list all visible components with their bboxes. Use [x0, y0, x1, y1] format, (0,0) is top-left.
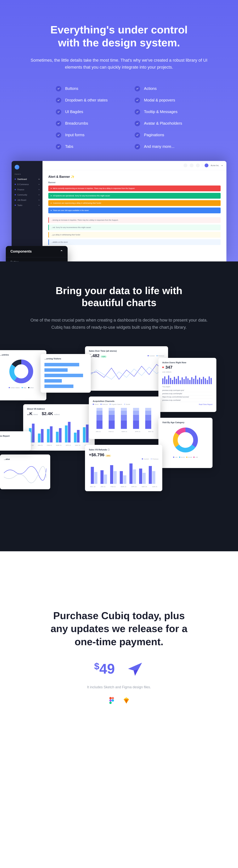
card-title: Acquisition Channels: [93, 400, 157, 402]
value-card: ...alue: [0, 455, 50, 489]
countries-card: ...untries United States Italy Other: [0, 350, 46, 400]
svg-rect-42: [65, 426, 68, 443]
feature-label: Paginations: [144, 133, 164, 137]
dashboard-topbar: Acme Inc. ▾: [42, 161, 227, 170]
svg-rect-7: [176, 379, 177, 384]
purchase-subtitle: It includes Sketch and Figma design file…: [11, 685, 227, 689]
feature-item: Input forms: [56, 132, 108, 138]
age-card: Visit By Age Category <18 18-24 24-36 >3…: [159, 418, 212, 468]
feature-item: Tooltip & Messages: [135, 109, 182, 115]
sidebar-item[interactable]: E-Commerce▾: [11, 182, 42, 187]
tool-icons: [11, 697, 227, 704]
components-menu: Components ⌃ ButtonInput FormDropdownAle…: [6, 246, 68, 261]
check-icon: [56, 144, 61, 149]
avatar[interactable]: [205, 163, 208, 167]
svg-rect-79: [120, 471, 123, 484]
page-title: Alert & Banner ✨: [48, 175, 220, 179]
sidebar-item[interactable]: Tasks▾: [11, 203, 42, 208]
chevron-down-icon[interactable]: ▾: [222, 164, 223, 166]
svg-rect-23: [207, 380, 208, 384]
direct-indirect-card: Direct VS Indirect ..K Direct $2.4K Indi…: [23, 404, 95, 451]
returning-visitors-card: ...urning Visitors: [41, 354, 91, 393]
svg-rect-74: [94, 472, 97, 484]
svg-rect-21: [203, 377, 204, 384]
svg-rect-51: [96, 411, 102, 415]
svg-rect-76: [104, 474, 107, 484]
svg-rect-3: [168, 375, 169, 384]
countries-report-card: Countries Report: [0, 431, 31, 451]
user-label[interactable]: Acme Inc.: [211, 164, 219, 166]
svg-rect-31: [44, 374, 83, 377]
card-title: Sales VS Refunds ⓘ: [89, 448, 159, 451]
svg-rect-10: [181, 377, 183, 384]
chart-legend: United States Italy Other: [0, 387, 42, 389]
hero-subtitle: Sometimes, the little details take the m…: [30, 57, 208, 70]
feature-item: Dropdown & other states: [56, 98, 108, 103]
alert-banner-soft: ...iencing an increase in inquiries. The…: [48, 217, 220, 223]
svg-rect-50: [96, 415, 102, 421]
sidebar-section-label: PAGES: [11, 173, 42, 177]
check-icon: [135, 144, 140, 149]
feature-item: Buttons: [56, 86, 108, 91]
line-chart: [89, 358, 164, 385]
svg-point-89: [109, 699, 112, 702]
check-icon: [56, 86, 61, 91]
check-icon: [135, 121, 140, 126]
svg-rect-4: [170, 378, 171, 384]
card-title: Direct VS Indirect: [27, 408, 91, 410]
sidebar-item[interactable]: Finance▾: [11, 187, 42, 192]
feature-label: Avatar & Placeholders: [144, 121, 182, 126]
svg-rect-24: [209, 376, 210, 384]
svg-rect-9: [180, 380, 181, 384]
svg-rect-62: [133, 415, 139, 421]
card-title: Visit By Age Category: [162, 421, 209, 424]
check-icon: [135, 109, 140, 115]
purchase-section: Purchase Cubiq today, plus any updates w…: [0, 551, 238, 727]
chart-legend: CurrentPrevious: [147, 355, 164, 357]
chevron-down-icon: ▾: [39, 205, 39, 206]
feature-item: Avatar & Placeholders: [135, 121, 182, 126]
feature-item: And many more...: [135, 144, 182, 149]
svg-rect-35: [32, 424, 35, 443]
alert-banner: ●There are over 200 apps available in th…: [48, 208, 220, 213]
feature-item: Paginations: [135, 132, 182, 138]
sidebar-item[interactable]: Dashboard▾: [11, 177, 42, 182]
feature-label: And many more...: [144, 144, 174, 149]
svg-rect-37: [41, 429, 44, 443]
sales-over-time-card: Sales Over Time (all stores) 1.482 +12% …: [85, 346, 168, 391]
svg-rect-16: [193, 379, 194, 384]
page-row: preview.cruip.com/simple/: [162, 392, 212, 395]
component-menu-item[interactable]: Button: [6, 257, 68, 261]
search-icon[interactable]: [183, 163, 188, 167]
chart-axis: DEC 20JAN 21FEB 21MAR 21APR 21MAY 21JUN …: [27, 444, 91, 446]
metric-sublabel: Live visitors: [162, 371, 212, 373]
svg-rect-12: [185, 376, 186, 384]
page-row: preview.cruip.com/open-pro/: [162, 389, 212, 392]
svg-rect-0: [162, 378, 163, 384]
charts-section: Bring your data to life with beautiful c…: [0, 261, 238, 551]
chart-legend: CurrentPrevious: [89, 458, 159, 460]
live-dot-icon: [162, 367, 164, 368]
card-title: Active Users Right Now: [162, 361, 212, 364]
sidebar-item[interactable]: Job Board▾: [11, 197, 42, 203]
logo-icon: [15, 165, 19, 169]
svg-rect-20: [201, 379, 202, 384]
svg-rect-57: [121, 421, 127, 429]
chart-legend: Direct Referral Organic Search Social: [93, 403, 157, 405]
svg-rect-82: [133, 470, 136, 484]
components-header[interactable]: Components ⌃: [6, 246, 68, 257]
chat-icon[interactable]: [190, 163, 194, 167]
svg-rect-52: [96, 408, 102, 411]
realtime-link[interactable]: Real-Time Report: [162, 403, 212, 405]
check-icon: [56, 132, 61, 138]
card-title: Sales Over Time (all stores): [89, 350, 164, 352]
svg-rect-75: [100, 470, 104, 484]
svg-rect-86: [152, 471, 155, 484]
info-icon[interactable]: [196, 163, 200, 167]
check-icon: [56, 109, 61, 115]
pages-label: Top pages: [162, 386, 212, 388]
hbar-chart: [44, 361, 87, 388]
hero-title: Everything's under control with the desi…: [11, 23, 227, 49]
sidebar-item[interactable]: Community▾: [11, 192, 42, 197]
feature-label: Actions: [144, 86, 157, 91]
